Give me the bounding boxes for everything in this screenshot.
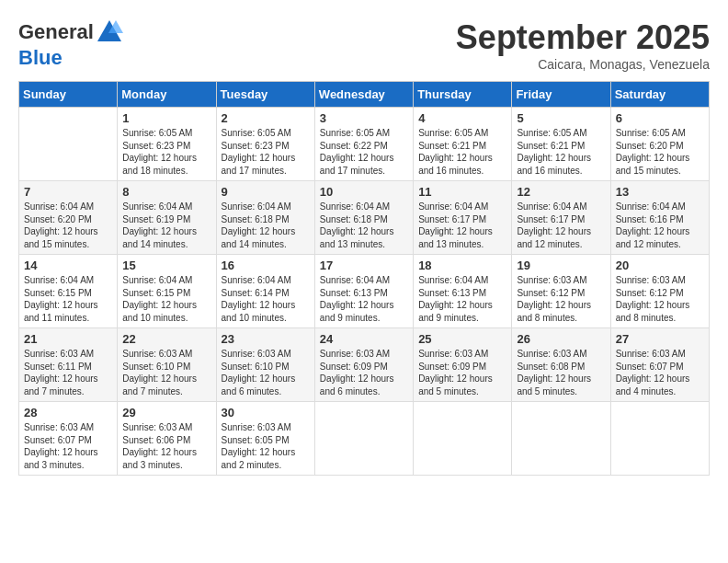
day-info: Sunrise: 6:05 AM Sunset: 6:22 PM Dayligh… [320, 127, 408, 177]
day-info: Sunrise: 6:04 AM Sunset: 6:13 PM Dayligh… [418, 274, 506, 324]
day-number: 30 [222, 406, 310, 419]
day-number: 2 [222, 111, 310, 125]
day-info: Sunrise: 6:03 AM Sunset: 6:07 PM Dayligh… [616, 348, 704, 397]
header-sunday: Sunday [19, 82, 118, 108]
day-cell [314, 402, 413, 476]
day-cell: 27Sunrise: 6:03 AM Sunset: 6:07 PM Dayli… [610, 328, 709, 402]
logo-blue-text: Blue [18, 46, 63, 70]
day-cell: 21Sunrise: 6:03 AM Sunset: 6:11 PM Dayli… [19, 328, 118, 402]
header-tuesday: Tuesday [216, 82, 314, 108]
day-info: Sunrise: 6:03 AM Sunset: 6:07 PM Dayligh… [24, 421, 112, 471]
day-info: Sunrise: 6:03 AM Sunset: 6:12 PM Dayligh… [517, 274, 605, 324]
day-cell: 18Sunrise: 6:04 AM Sunset: 6:13 PM Dayli… [414, 255, 512, 328]
day-cell [19, 108, 118, 181]
day-cell: 9Sunrise: 6:04 AM Sunset: 6:18 PM Daylig… [216, 181, 314, 255]
day-number: 23 [222, 332, 310, 346]
day-cell [414, 402, 512, 476]
day-cell: 6Sunrise: 6:05 AM Sunset: 6:20 PM Daylig… [610, 108, 709, 181]
day-cell: 20Sunrise: 6:03 AM Sunset: 6:12 PM Dayli… [610, 255, 709, 328]
day-cell: 19Sunrise: 6:03 AM Sunset: 6:12 PM Dayli… [512, 255, 610, 328]
logo: General Blue [18, 18, 123, 70]
day-cell [610, 402, 709, 476]
day-number: 8 [122, 185, 210, 199]
day-info: Sunrise: 6:05 AM Sunset: 6:23 PM Dayligh… [222, 127, 310, 177]
week-row-3: 14Sunrise: 6:04 AM Sunset: 6:15 PM Dayli… [19, 255, 710, 328]
day-info: Sunrise: 6:04 AM Sunset: 6:17 PM Dayligh… [517, 201, 605, 250]
day-info: Sunrise: 6:04 AM Sunset: 6:15 PM Dayligh… [122, 274, 210, 324]
day-cell: 23Sunrise: 6:03 AM Sunset: 6:10 PM Dayli… [216, 328, 314, 402]
header-saturday: Saturday [610, 82, 709, 108]
day-number: 6 [616, 111, 704, 125]
day-cell: 1Sunrise: 6:05 AM Sunset: 6:23 PM Daylig… [118, 108, 216, 181]
header-friday: Friday [512, 82, 610, 108]
day-info: Sunrise: 6:03 AM Sunset: 6:08 PM Dayligh… [517, 348, 605, 397]
day-number: 4 [418, 111, 506, 125]
day-info: Sunrise: 6:04 AM Sunset: 6:14 PM Dayligh… [222, 274, 310, 324]
logo-icon [96, 18, 123, 46]
day-number: 17 [320, 259, 408, 272]
day-cell: 22Sunrise: 6:03 AM Sunset: 6:10 PM Dayli… [118, 328, 216, 402]
day-cell: 7Sunrise: 6:04 AM Sunset: 6:20 PM Daylig… [19, 181, 118, 255]
day-info: Sunrise: 6:04 AM Sunset: 6:16 PM Dayligh… [616, 201, 704, 250]
day-number: 13 [616, 185, 704, 199]
day-number: 27 [616, 332, 704, 346]
day-cell: 10Sunrise: 6:04 AM Sunset: 6:18 PM Dayli… [314, 181, 413, 255]
calendar-table: SundayMondayTuesdayWednesdayThursdayFrid… [18, 81, 710, 476]
day-cell: 14Sunrise: 6:04 AM Sunset: 6:15 PM Dayli… [19, 255, 118, 328]
day-cell: 17Sunrise: 6:04 AM Sunset: 6:13 PM Dayli… [314, 255, 413, 328]
day-number: 16 [222, 259, 310, 272]
day-info: Sunrise: 6:04 AM Sunset: 6:18 PM Dayligh… [222, 201, 310, 250]
day-number: 22 [122, 332, 210, 346]
day-cell: 28Sunrise: 6:03 AM Sunset: 6:07 PM Dayli… [19, 402, 118, 476]
header-monday: Monday [118, 82, 216, 108]
day-info: Sunrise: 6:03 AM Sunset: 6:11 PM Dayligh… [24, 348, 112, 397]
day-info: Sunrise: 6:03 AM Sunset: 6:12 PM Dayligh… [616, 274, 704, 324]
day-number: 25 [418, 332, 506, 346]
day-number: 5 [517, 111, 605, 125]
header-wednesday: Wednesday [314, 82, 413, 108]
day-number: 24 [320, 332, 408, 346]
day-info: Sunrise: 6:03 AM Sunset: 6:06 PM Dayligh… [122, 421, 210, 471]
day-number: 26 [517, 332, 605, 346]
day-number: 20 [616, 259, 704, 272]
day-number: 19 [517, 259, 605, 272]
day-info: Sunrise: 6:03 AM Sunset: 6:05 PM Dayligh… [222, 421, 310, 471]
day-cell: 11Sunrise: 6:04 AM Sunset: 6:17 PM Dayli… [414, 181, 512, 255]
day-cell: 13Sunrise: 6:04 AM Sunset: 6:16 PM Dayli… [610, 181, 709, 255]
week-row-5: 28Sunrise: 6:03 AM Sunset: 6:07 PM Dayli… [19, 402, 710, 476]
day-info: Sunrise: 6:04 AM Sunset: 6:19 PM Dayligh… [122, 201, 210, 250]
day-cell: 26Sunrise: 6:03 AM Sunset: 6:08 PM Dayli… [512, 328, 610, 402]
day-cell: 29Sunrise: 6:03 AM Sunset: 6:06 PM Dayli… [118, 402, 216, 476]
day-info: Sunrise: 6:04 AM Sunset: 6:15 PM Dayligh… [24, 274, 112, 324]
day-number: 9 [222, 185, 310, 199]
day-number: 12 [517, 185, 605, 199]
day-info: Sunrise: 6:03 AM Sunset: 6:09 PM Dayligh… [320, 348, 408, 397]
week-row-4: 21Sunrise: 6:03 AM Sunset: 6:11 PM Dayli… [19, 328, 710, 402]
week-row-2: 7Sunrise: 6:04 AM Sunset: 6:20 PM Daylig… [19, 181, 710, 255]
day-info: Sunrise: 6:03 AM Sunset: 6:10 PM Dayligh… [122, 348, 210, 397]
day-info: Sunrise: 6:04 AM Sunset: 6:13 PM Dayligh… [320, 274, 408, 324]
day-number: 14 [24, 259, 112, 272]
day-number: 10 [320, 185, 408, 199]
day-info: Sunrise: 6:03 AM Sunset: 6:10 PM Dayligh… [222, 348, 310, 397]
day-info: Sunrise: 6:05 AM Sunset: 6:23 PM Dayligh… [122, 127, 210, 177]
day-cell: 3Sunrise: 6:05 AM Sunset: 6:22 PM Daylig… [314, 108, 413, 181]
day-cell: 15Sunrise: 6:04 AM Sunset: 6:15 PM Dayli… [118, 255, 216, 328]
day-info: Sunrise: 6:05 AM Sunset: 6:21 PM Dayligh… [517, 127, 605, 177]
page-header: General Blue September 2025 Caicara, Mon… [18, 18, 710, 72]
day-cell: 2Sunrise: 6:05 AM Sunset: 6:23 PM Daylig… [216, 108, 314, 181]
day-cell: 24Sunrise: 6:03 AM Sunset: 6:09 PM Dayli… [314, 328, 413, 402]
calendar-header-row: SundayMondayTuesdayWednesdayThursdayFrid… [19, 82, 710, 108]
day-number: 15 [122, 259, 210, 272]
day-cell: 12Sunrise: 6:04 AM Sunset: 6:17 PM Dayli… [512, 181, 610, 255]
month-title: September 2025 [456, 18, 710, 57]
day-cell: 30Sunrise: 6:03 AM Sunset: 6:05 PM Dayli… [216, 402, 314, 476]
day-info: Sunrise: 6:04 AM Sunset: 6:20 PM Dayligh… [24, 201, 112, 250]
day-number: 7 [24, 185, 112, 199]
header-thursday: Thursday [414, 82, 512, 108]
day-info: Sunrise: 6:04 AM Sunset: 6:18 PM Dayligh… [320, 201, 408, 250]
title-area: September 2025 Caicara, Monagas, Venezue… [456, 18, 710, 72]
location-subtitle: Caicara, Monagas, Venezuela [456, 57, 710, 72]
day-cell: 8Sunrise: 6:04 AM Sunset: 6:19 PM Daylig… [118, 181, 216, 255]
day-info: Sunrise: 6:04 AM Sunset: 6:17 PM Dayligh… [418, 201, 506, 250]
